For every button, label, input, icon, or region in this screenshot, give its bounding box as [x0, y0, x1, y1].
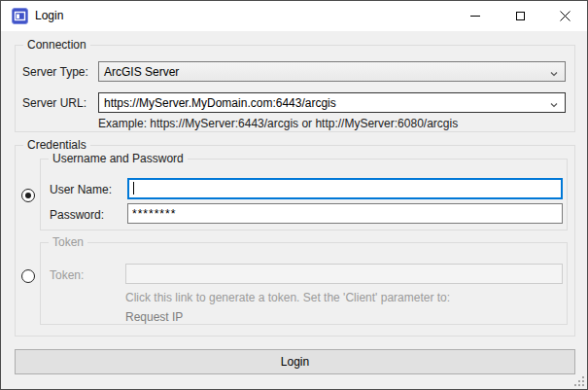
server-url-combobox[interactable]: https://MyServer.MyDomain.com:6443/arcgi…	[98, 92, 566, 113]
token-hint: Click this link to generate a token. Set…	[125, 291, 450, 304]
credentials-legend: Credentials	[23, 138, 90, 152]
request-ip-link[interactable]: Request IP	[125, 310, 183, 324]
password-label: Password:	[50, 208, 104, 222]
server-url-value: https://MyServer.MyDomain.com:6443/arcgi…	[104, 96, 336, 110]
token-radio[interactable]	[21, 269, 35, 283]
minimize-button[interactable]	[453, 1, 498, 31]
chevron-down-icon	[550, 70, 558, 78]
login-button-label: Login	[281, 355, 309, 369]
app-window-icon	[12, 8, 28, 24]
connection-legend: Connection	[23, 38, 90, 52]
text-caret	[133, 182, 134, 195]
user-name-label: User Name:	[50, 183, 112, 196]
server-url-example: Example: https://MyServer:6443/arcgis or…	[98, 117, 458, 130]
chevron-down-icon	[550, 101, 558, 109]
maximize-button[interactable]	[498, 1, 542, 31]
server-url-label: Server URL:	[22, 96, 86, 110]
login-button[interactable]: Login	[15, 349, 575, 374]
server-type-dropdown[interactable]: ArcGIS Server	[98, 61, 566, 82]
login-dialog: Login Connection Server Type: ArcGIS Ser…	[0, 0, 588, 390]
close-button[interactable]	[542, 1, 587, 31]
token-input	[125, 264, 563, 284]
user-name-input[interactable]	[127, 178, 563, 199]
resize-grip[interactable]	[573, 375, 584, 386]
server-type-value: ArcGIS Server	[104, 65, 179, 79]
close-icon	[560, 11, 571, 21]
server-type-label: Server Type:	[22, 65, 88, 79]
title-bar[interactable]: Login	[1, 1, 587, 31]
password-input[interactable]	[127, 203, 563, 224]
token-label: Token:	[50, 268, 84, 282]
username-password-legend: Username and Password	[49, 152, 188, 165]
token-legend: Token	[49, 235, 87, 249]
minimize-icon	[470, 16, 480, 17]
maximize-icon	[516, 12, 525, 20]
window-title: Login	[35, 9, 63, 22]
username-password-radio[interactable]	[21, 189, 35, 202]
